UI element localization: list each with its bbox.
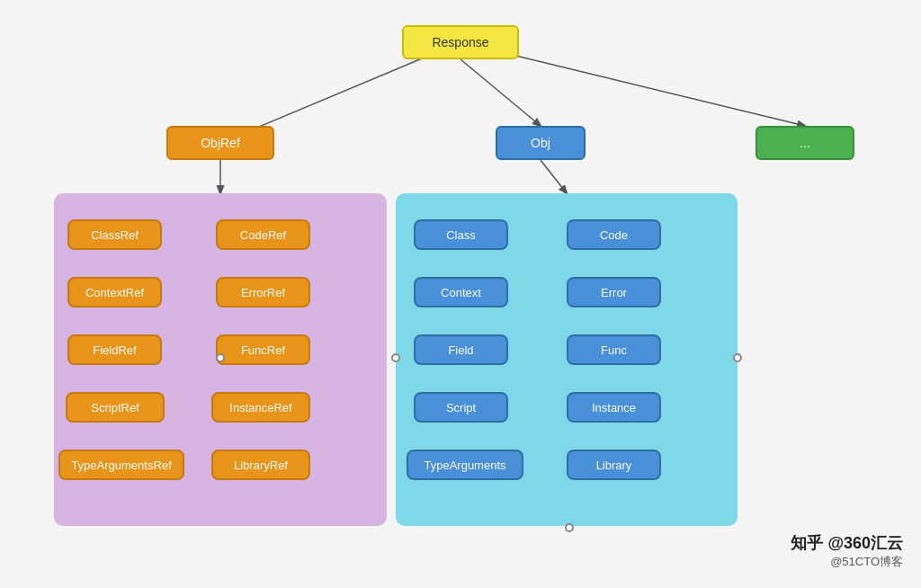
item-coderef: CodeRef bbox=[216, 219, 310, 250]
item-typeargref: TypeArgumentsRef bbox=[58, 450, 184, 480]
dot-right-mid-left bbox=[391, 353, 400, 362]
dot-bottom-mid bbox=[565, 523, 574, 532]
item-func: Func bbox=[567, 334, 661, 365]
ellipsis-node: ... bbox=[756, 126, 854, 160]
response-node: Response bbox=[402, 25, 519, 59]
diagram-container: Response ObjRef Obj ... ClassRef CodeRef… bbox=[0, 0, 921, 588]
item-fieldref: FieldRef bbox=[67, 334, 162, 365]
watermark: 知乎 @360汇云 @51CTO博客 bbox=[791, 532, 903, 570]
item-field: Field bbox=[414, 334, 508, 365]
dot-right-mid-right bbox=[733, 353, 742, 362]
item-libraryref: LibraryRef bbox=[211, 450, 310, 480]
item-script: Script bbox=[414, 392, 508, 423]
obj-node: Obj bbox=[496, 126, 586, 160]
item-instance: Instance bbox=[567, 392, 661, 423]
svg-line-1 bbox=[460, 59, 541, 126]
dot-left-mid bbox=[216, 353, 225, 362]
item-classref: ClassRef bbox=[67, 219, 162, 250]
item-context: Context bbox=[414, 277, 508, 307]
item-errorref: ErrorRef bbox=[216, 277, 310, 307]
item-error: Error bbox=[567, 277, 661, 307]
objref-node: ObjRef bbox=[166, 126, 274, 160]
item-scriptref: ScriptRef bbox=[66, 392, 165, 423]
item-funcref: FuncRef bbox=[216, 334, 310, 365]
svg-line-4 bbox=[541, 160, 567, 193]
watermark-zh: 知乎 @360汇云 bbox=[791, 532, 903, 554]
item-contextref: ContextRef bbox=[67, 277, 162, 307]
watermark-en: @51CTO博客 bbox=[791, 554, 903, 570]
item-library: Library bbox=[567, 450, 661, 480]
item-typeargs: TypeArguments bbox=[407, 450, 523, 480]
item-class: Class bbox=[414, 219, 508, 250]
item-code: Code bbox=[567, 219, 661, 250]
item-instanceref: InstanceRef bbox=[211, 392, 310, 423]
